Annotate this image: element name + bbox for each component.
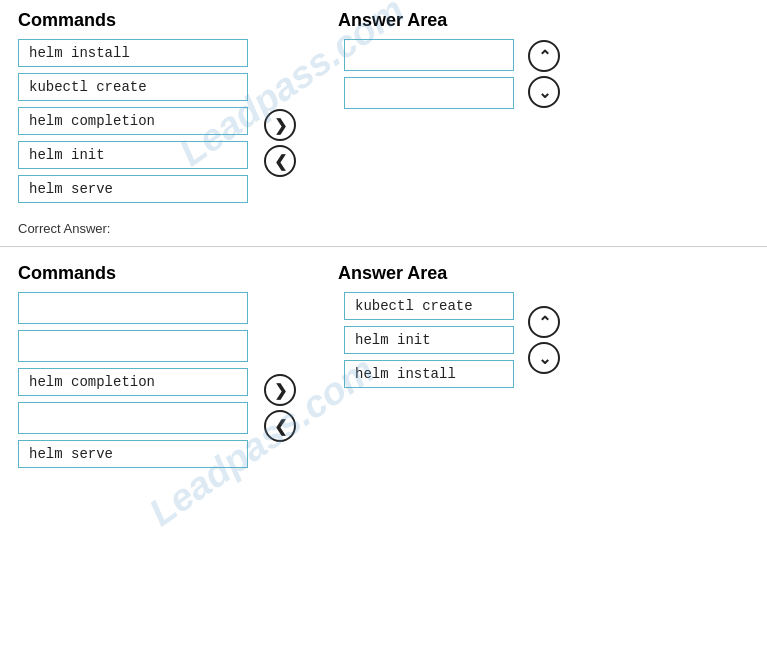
cmd-1-4: helm init xyxy=(18,141,248,169)
answer-area-title-2: Answer Area xyxy=(338,263,447,283)
ud-arrows-1: ⌃ ⌄ xyxy=(528,40,560,108)
cmd-1-5: helm serve xyxy=(18,175,248,203)
answer-slot-1-1 xyxy=(344,39,514,71)
commands-list-1: helm install kubectl create helm complet… xyxy=(18,39,248,203)
cmd-1-2: kubectl create xyxy=(18,73,248,101)
cmd-1-3: helm completion xyxy=(18,107,248,135)
answer-list-1 xyxy=(344,39,514,109)
answer-slot-2-2: helm init xyxy=(344,326,514,354)
correct-answer-label: Correct Answer: xyxy=(0,213,767,240)
section2-layout: helm completion helm serve ❯ ❮ kubectl c… xyxy=(18,292,749,468)
cmd-2-3: helm completion xyxy=(18,368,248,396)
down-arrow-1[interactable]: ⌄ xyxy=(528,76,560,108)
cmd-2-4 xyxy=(18,402,248,434)
answer-slot-1-2 xyxy=(344,77,514,109)
ud-arrows-2: ⌃ ⌄ xyxy=(528,306,560,374)
cmd-2-5: helm serve xyxy=(18,440,248,468)
commands-list-2: helm completion helm serve xyxy=(18,292,248,468)
lr-arrows-1: ❯ ❮ xyxy=(264,109,296,177)
section1-layout: helm install kubectl create helm complet… xyxy=(18,39,749,203)
section1: Commands Answer Area helm install kubect… xyxy=(0,0,767,213)
down-arrow-2[interactable]: ⌄ xyxy=(528,342,560,374)
right-arrow-1[interactable]: ❯ xyxy=(264,109,296,141)
right-arrow-2[interactable]: ❯ xyxy=(264,374,296,406)
left-arrow-1[interactable]: ❮ xyxy=(264,145,296,177)
answer-slot-2-1: kubectl create xyxy=(344,292,514,320)
commands-title-2: Commands xyxy=(18,263,116,283)
answer-list-2: kubectl create helm init helm install xyxy=(344,292,514,388)
left-arrow-2[interactable]: ❮ xyxy=(264,410,296,442)
up-arrow-1[interactable]: ⌃ xyxy=(528,40,560,72)
answer-slot-2-3: helm install xyxy=(344,360,514,388)
cmd-1-1: helm install xyxy=(18,39,248,67)
cmd-2-1 xyxy=(18,292,248,324)
lr-arrows-2: ❯ ❮ xyxy=(264,374,296,442)
cmd-2-2 xyxy=(18,330,248,362)
answer-area-title-1: Answer Area xyxy=(338,10,447,30)
divider xyxy=(0,246,767,247)
commands-title-1: Commands xyxy=(18,10,116,30)
up-arrow-2[interactable]: ⌃ xyxy=(528,306,560,338)
section2: Commands Answer Area helm completion hel… xyxy=(0,253,767,478)
